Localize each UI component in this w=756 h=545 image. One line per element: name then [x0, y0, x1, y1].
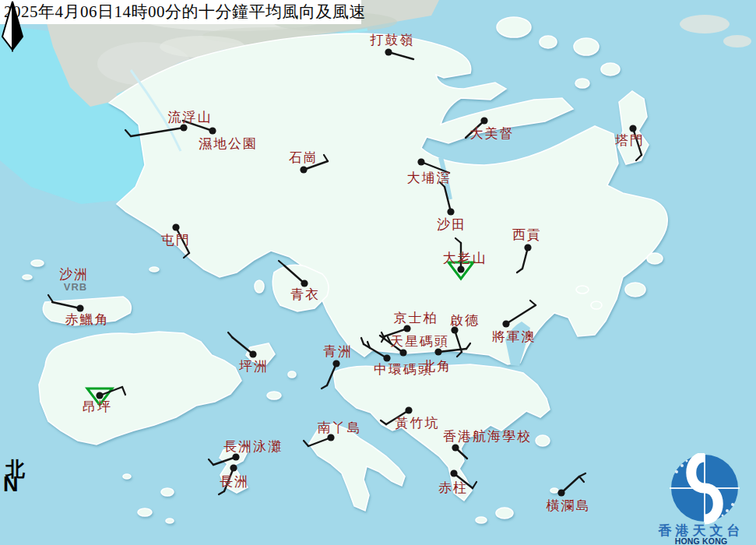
station-dot [417, 158, 424, 165]
station-dot [232, 453, 239, 460]
station-dot [385, 48, 392, 55]
hko-logo: 香港天文台 HONG KONG OBSERVATORY [646, 453, 756, 545]
wind-barb-tick [579, 476, 584, 482]
wind-shaft [389, 52, 413, 59]
wind-shaft [224, 468, 234, 491]
station-dot [450, 469, 457, 476]
station-dot [434, 348, 441, 355]
station-dot [301, 280, 308, 287]
wind-barb-tick [361, 338, 364, 344]
wind-map-image: 打鼓嶺流浮山濕地公園石崗大美督塔門大埔滘沙田西貢大老山屯門沙洲VRB赤鱲角青衣京… [0, 0, 756, 545]
wind-barb-tick [228, 332, 233, 338]
wind-shaft [445, 187, 451, 212]
station-dot [300, 166, 307, 173]
station-dot [447, 208, 454, 215]
station-dot [557, 489, 564, 496]
wind-shaft [284, 265, 304, 283]
wind-shaft [561, 476, 579, 493]
wind-barb-tick [457, 352, 462, 357]
station-dot [403, 325, 410, 332]
wind-shaft [304, 161, 328, 170]
station-dot [172, 223, 179, 230]
compass-north-letter: N [3, 474, 19, 494]
hko-logo-en: HONG KONG OBSERVATORY [646, 536, 756, 545]
wind-shaft [633, 128, 642, 155]
wind-shaft [466, 121, 484, 138]
wind-barb-tick [324, 155, 328, 161]
wind-barb-tick [219, 491, 224, 494]
station-dot [327, 434, 334, 441]
map-title: 2025年4月06日14時00分的十分鐘平均風向及風速 [0, 0, 361, 24]
wind-shaft [385, 329, 407, 336]
station-dot [209, 127, 216, 134]
wind-barb-tick [48, 295, 53, 302]
wind-shaft [176, 227, 189, 253]
station-dot [451, 326, 458, 333]
station-dot [524, 244, 531, 251]
wind-barb-tick [304, 441, 308, 446]
wind-barb-layer [0, 0, 756, 545]
wind-barb-tick [125, 130, 131, 136]
station-dot [452, 444, 459, 451]
wind-barb-tick [209, 459, 213, 465]
hko-logo-icon [646, 453, 756, 525]
station-dot [249, 350, 256, 357]
wind-shaft [52, 302, 80, 308]
station-dot [230, 464, 237, 471]
wind-shaft [364, 344, 387, 358]
wind-shaft [183, 121, 213, 131]
wind-barb-tick [579, 473, 585, 476]
station-dot [502, 320, 509, 327]
station-dot [76, 304, 83, 311]
station-dot [399, 349, 406, 356]
station-dot [332, 360, 339, 367]
wind-barb-tick [279, 261, 284, 265]
north-arrow-icon [0, 0, 26, 53]
wind-shaft [213, 457, 236, 465]
wind-barb-tick [122, 387, 125, 395]
wind-barb-tick [517, 269, 522, 272]
wind-barb-tick [322, 385, 327, 389]
wind-shaft [421, 162, 449, 173]
station-dot [480, 117, 487, 124]
wind-shaft [386, 410, 409, 424]
wind-shaft [232, 337, 253, 354]
wind-barb-tick [184, 253, 189, 258]
wind-barb-tick [455, 238, 461, 243]
wind-barb-tick [440, 182, 445, 187]
wind-shaft [131, 128, 184, 136]
station-dot [96, 392, 103, 399]
wind-barb-tick [466, 343, 470, 349]
station-dot [180, 124, 187, 131]
station-dot [629, 125, 636, 132]
wind-barb-tick [473, 482, 476, 488]
wind-barb-tick [381, 420, 386, 424]
wind-barb-tick [636, 155, 642, 160]
station-dot [405, 406, 412, 413]
wind-barb-tick [530, 301, 536, 305]
wind-shaft [506, 305, 536, 324]
station-dot [383, 354, 390, 361]
wind-shaft [308, 438, 331, 446]
station-dot [457, 265, 464, 272]
